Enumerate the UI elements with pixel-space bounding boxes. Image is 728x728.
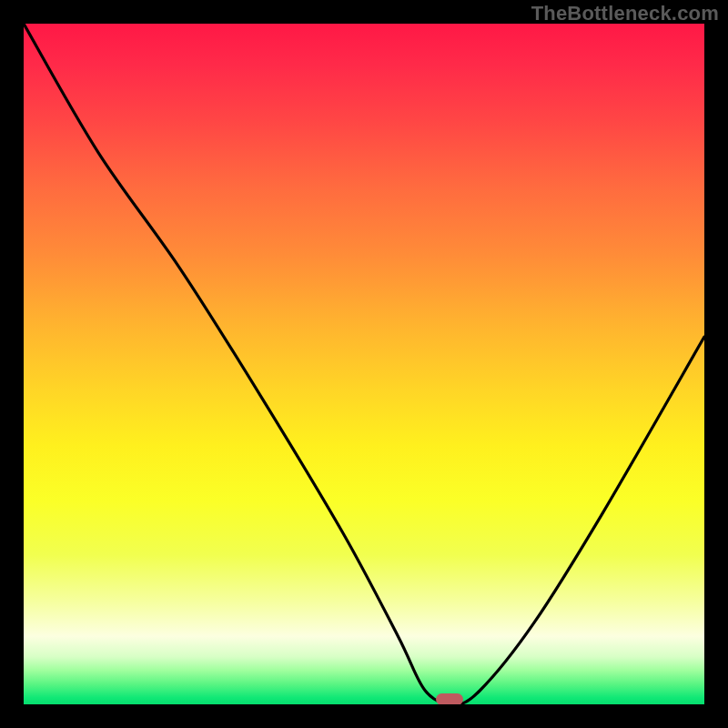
chart-frame: TheBottleneck.com (0, 0, 728, 728)
minimum-marker (436, 693, 463, 704)
watermark-text: TheBottleneck.com (531, 2, 719, 25)
curve-path (24, 24, 704, 704)
bottleneck-curve (24, 24, 704, 704)
plot-area (24, 24, 704, 704)
